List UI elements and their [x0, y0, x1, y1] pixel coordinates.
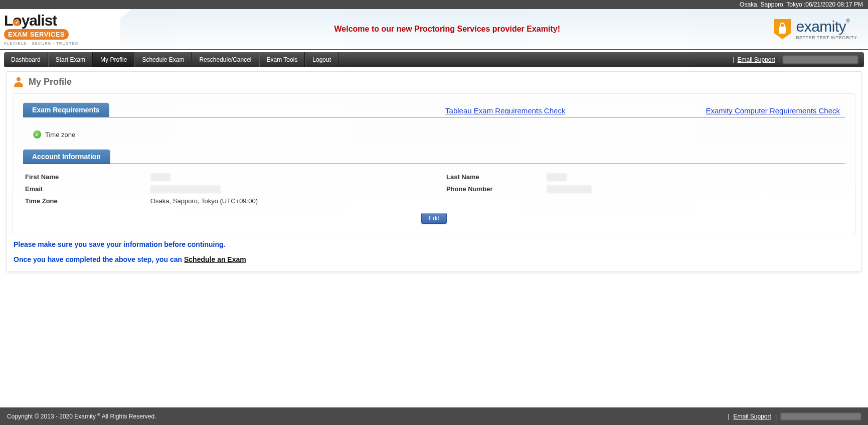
redacted-box — [150, 185, 221, 193]
nav-start-exam[interactable]: Start Exam — [48, 52, 93, 67]
examity-logo-text: examity® BETTER TEST INTEGRITY. — [796, 18, 858, 40]
top-strip: Osaka, Sapporo, Tokyo :06/21/2020 08:17 … — [0, 0, 868, 9]
account-grid: First Name Last Name Email Phone Number … — [23, 164, 845, 210]
nav-label: Exam Tools — [267, 56, 298, 63]
phone-value — [547, 185, 843, 193]
timezone-label: Time Zone — [25, 197, 150, 205]
save-notice: Please make sure you save your informati… — [7, 235, 861, 250]
shield-icon — [774, 19, 791, 39]
examity-wordmark: examity® — [796, 18, 858, 35]
redacted-box — [547, 173, 567, 181]
page-title: My Profile — [29, 77, 72, 87]
redacted-box — [150, 173, 170, 181]
welcome-text: Welcome to our new Proctoring Services p… — [334, 25, 560, 33]
examity-requirements-link[interactable]: Examity Computer Requirements Check — [706, 106, 840, 115]
redacted-box — [547, 185, 592, 193]
examity-tagline: BETTER TEST INTEGRITY. — [796, 35, 858, 40]
nav-dashboard[interactable]: Dashboard — [4, 52, 48, 67]
timezone-value: Osaka, Sapporo, Tokyo (UTC+09:00) — [150, 197, 291, 205]
loyalist-tagline: FLEXIBLE · SECURE · TRUSTED — [4, 41, 79, 46]
loyalist-wordmark: Loyalist ✓ — [4, 13, 57, 28]
nav-right: |Email Support | — [733, 52, 864, 67]
content-card: Exam Requirements Tableau Exam Requireme… — [13, 93, 855, 235]
registered-icon: ® — [846, 18, 849, 24]
nav-schedule-exam[interactable]: Schedule Exam — [134, 52, 192, 67]
email-value — [150, 185, 291, 193]
nav-left: Dashboard Start Exam My Profile Schedule… — [4, 52, 338, 67]
exam-req-header-row: Exam Requirements Tableau Exam Requireme… — [23, 103, 845, 117]
last-name-value — [547, 173, 843, 181]
nav-my-profile[interactable]: My Profile — [93, 52, 134, 67]
profile-icon — [14, 77, 24, 87]
nav-reschedule-cancel[interactable]: Reschedule/Cancel — [192, 52, 259, 67]
loyalist-badge: EXAM SERVICES — [4, 29, 69, 40]
notice-prefix: Once you have completed the above step, … — [14, 255, 184, 263]
timezone-req-label: Time zone — [45, 131, 75, 138]
banner: Loyalist ✓ EXAM SERVICES FLEXIBLE · SECU… — [0, 9, 868, 50]
lock-icon — [779, 27, 786, 34]
first-name-label: First Name — [25, 173, 150, 181]
loyalist-logo-area: Loyalist ✓ EXAM SERVICES FLEXIBLE · SECU… — [0, 9, 120, 49]
main-nav: Dashboard Start Exam My Profile Schedule… — [4, 52, 864, 67]
nav-label: Logout — [312, 56, 331, 63]
nav-sep: | — [733, 56, 734, 63]
account-information-tab: Account Information — [23, 150, 110, 164]
loyalist-word: Loyalist — [4, 12, 57, 29]
exam-requirements-tab: Exam Requirements — [23, 103, 109, 117]
checkmark-icon: ✓ — [13, 19, 20, 26]
nav-logout[interactable]: Logout — [305, 52, 338, 67]
nav-exam-tools[interactable]: Exam Tools — [259, 52, 305, 67]
schedule-notice: Once you have completed the above step, … — [7, 250, 861, 265]
nav-label: My Profile — [100, 56, 127, 63]
banner-center: Welcome to our new Proctoring Services p… — [120, 25, 774, 34]
timezone-requirement-row: ✓ Time zone — [23, 117, 845, 143]
nav-label: Schedule Exam — [142, 56, 184, 63]
nav-user-redacted — [783, 56, 858, 64]
nav-label: Start Exam — [56, 56, 85, 63]
edit-row: Edit — [23, 210, 845, 225]
loyalist-logo: Loyalist ✓ EXAM SERVICES FLEXIBLE · SECU… — [4, 13, 79, 46]
nav-sep: | — [778, 56, 780, 63]
edit-button[interactable]: Edit — [421, 213, 447, 224]
examity-logo-area: examity® BETTER TEST INTEGRITY. — [774, 18, 868, 40]
check-icon: ✓ — [33, 130, 41, 138]
email-support-link[interactable]: Email Support — [738, 56, 775, 63]
tableau-requirements-link[interactable]: Tableau Exam Requirements Check — [445, 106, 565, 115]
email-label: Email — [25, 185, 150, 193]
examity-word-text: examity — [796, 18, 846, 35]
page-container: My Profile Exam Requirements Tableau Exa… — [6, 71, 862, 272]
nav-label: Dashboard — [11, 56, 41, 63]
nav-label: Reschedule/Cancel — [199, 56, 251, 63]
schedule-exam-link[interactable]: Schedule an Exam — [184, 255, 246, 263]
page-title-row: My Profile — [7, 72, 861, 89]
exam-req-links: Tableau Exam Requirements Check Examity … — [445, 106, 845, 117]
datetime-text: Osaka, Sapporo, Tokyo :06/21/2020 08:17 … — [740, 1, 863, 8]
last-name-label: Last Name — [446, 173, 547, 181]
phone-label: Phone Number — [446, 185, 547, 193]
account-header-row: Account Information — [23, 150, 845, 164]
first-name-value — [150, 173, 291, 181]
